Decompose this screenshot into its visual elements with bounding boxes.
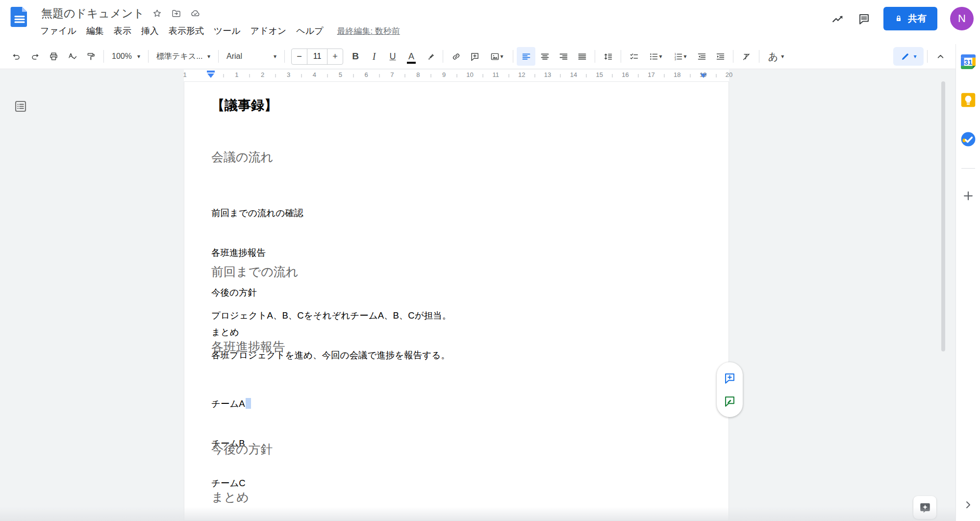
get-addons-button[interactable] [961,189,975,202]
zoom-select[interactable]: 100% ▾ [107,48,145,65]
ruler-tick [405,74,405,77]
toolbar-separator [103,50,104,63]
account-avatar[interactable]: N [950,7,974,30]
decrease-indent-button[interactable] [692,47,711,66]
explore-star-icon [919,501,931,514]
last-edit-link[interactable]: 最終編集: 数秒前 [337,25,400,37]
ruler-number: 20 [726,71,732,78]
add-comment-button[interactable] [723,372,737,385]
doc-heading-summary: まとめ [211,489,249,505]
ruler-tick [301,74,302,77]
cloud-saved-icon[interactable] [190,7,202,19]
line-spacing-button[interactable] [599,47,617,66]
caret-down-icon: ▾ [683,53,686,59]
vertical-scrollbar[interactable] [941,81,945,351]
checklist-button[interactable] [625,47,643,66]
justify-button[interactable] [573,47,591,66]
ruler-tick [353,74,353,77]
print-button[interactable] [44,47,63,66]
decrease-font-size-button[interactable]: − [292,49,307,64]
menu-addons[interactable]: アドオン [246,24,292,38]
ruler-number: 12 [518,71,525,78]
highlight-color-button[interactable] [421,47,439,66]
menu-tools[interactable]: ツール [209,24,246,38]
ruler-number: 19 [700,71,706,78]
ruler-tick [224,74,224,77]
menu-help[interactable]: ヘルプ [291,24,328,38]
paragraph-style-select[interactable]: 標準テキス... ▾ [152,48,215,65]
align-left-button[interactable] [517,47,535,66]
google-keep-icon[interactable] [959,91,977,109]
google-tasks-icon[interactable] [959,130,977,148]
side-panel-rail: 31 [955,44,980,521]
menu-insert[interactable]: 挿入 [136,24,164,38]
undo-button[interactable] [7,47,25,66]
show-document-outline-button[interactable] [12,98,29,115]
move-folder-icon[interactable] [171,7,183,19]
bulleted-list-button[interactable]: ▾ [643,47,668,66]
font-size-input[interactable]: 11 [307,49,327,64]
star-icon[interactable] [152,7,164,19]
ruler-number: 3 [287,71,290,78]
ruler-tick [534,74,535,77]
insert-link-button[interactable] [447,47,465,66]
underline-button[interactable]: U [383,47,402,66]
first-line-indent-marker[interactable] [207,71,215,73]
doc-heading-progress: 各班進捗報告 [211,339,285,355]
pencil-icon [900,51,910,62]
insert-comment-button[interactable] [465,47,484,66]
hide-menus-button[interactable] [931,47,950,66]
align-right-button[interactable] [554,47,573,66]
toolbar-separator [513,50,513,63]
avatar-initial: N [958,12,966,25]
suggest-edits-button[interactable] [723,394,737,408]
insert-image-button[interactable]: ▾ [484,47,509,66]
text-color-button[interactable]: A [402,47,421,66]
ruler-number: 1 [235,71,238,78]
ruler-tick [327,74,327,77]
left-indent-marker[interactable] [207,74,214,78]
redo-button[interactable] [25,47,44,66]
menu-view[interactable]: 表示 [109,24,136,38]
bold-button[interactable]: B [346,47,365,66]
input-tools-button[interactable]: あ ▾ [763,47,789,66]
google-docs-app: 無題のドキュメント ファイル 編集 表示 挿入 表示形式 ツール アドオン ヘル… [0,0,980,521]
title-row: 無題のドキュメント [41,5,202,22]
clear-formatting-button[interactable] [737,47,755,66]
document-title-input[interactable]: 無題のドキュメント [41,6,145,21]
google-docs-logo-icon[interactable] [8,5,31,28]
increase-font-size-button[interactable]: + [327,49,343,64]
menu-edit[interactable]: 編集 [81,24,109,38]
spell-check-button[interactable] [63,47,81,66]
document-page[interactable]: 【議事録】 会議の流れ 前回までの流れの確認 各班進捗報告 今後の方針 まとめ … [184,81,729,521]
menu-format[interactable]: 表示形式 [164,24,209,38]
caret-down-icon: ▾ [500,53,503,59]
explore-trends-icon[interactable] [830,12,844,25]
align-center-button[interactable] [535,47,554,66]
editing-mode-button[interactable]: ▾ [893,47,924,66]
ruler-number: 17 [648,71,654,78]
ruler-number: 16 [622,71,628,78]
share-button[interactable]: 共有 [883,7,937,30]
ruler-tick [508,74,509,77]
italic-button[interactable]: I [365,47,383,66]
font-select[interactable]: Arial ▾ [222,48,281,65]
margin-action-pill [717,362,743,417]
comment-history-icon[interactable] [857,12,871,25]
paint-format-button[interactable] [81,47,100,66]
increase-indent-button[interactable] [711,47,729,66]
hide-side-panel-button[interactable] [962,499,974,511]
font-size-group: − 11 + [291,49,343,65]
toolbar-separator [759,50,759,63]
doc-text-line: 各班進捗報告 [211,246,303,259]
numbered-list-button[interactable]: 123 ▾ [668,47,692,66]
doc-text-line: チームA [211,397,251,410]
google-calendar-icon[interactable]: 31 [958,52,978,72]
ruler-number: 11 [493,71,500,78]
ruler-tick [431,74,431,77]
menu-file[interactable]: ファイル [35,24,81,38]
ruler-number: 18 [674,71,680,78]
explore-button[interactable] [913,496,936,519]
ruler-number: 14 [570,71,577,78]
font-value: Arial [226,52,242,61]
